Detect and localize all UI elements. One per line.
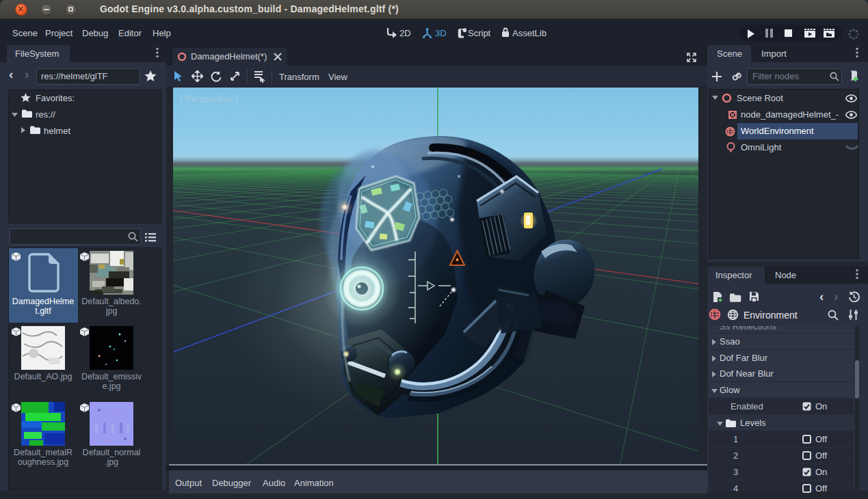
svg-text:[ Perspective ]: [ Perspective ] [180, 94, 239, 104]
